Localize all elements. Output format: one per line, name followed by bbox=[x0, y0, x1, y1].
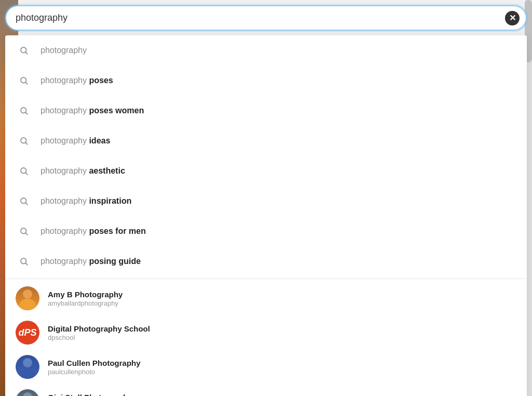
avatar-dps: dPS bbox=[16, 321, 39, 345]
svg-line-9 bbox=[25, 173, 27, 174]
account-handle-paul: paulcullenphoto bbox=[48, 368, 140, 376]
suggestion-text-3: photography poses women bbox=[41, 106, 144, 115]
search-box: ✕ bbox=[5, 5, 527, 31]
account-info-dps: Digital Photography School dpschool bbox=[48, 324, 150, 341]
suggestion-text-6: photography inspiration bbox=[41, 196, 131, 206]
account-handle-amy: amyballardphotography bbox=[48, 299, 123, 307]
svg-point-17 bbox=[20, 301, 35, 310]
suggestion-item-3[interactable]: photography poses women bbox=[5, 96, 527, 126]
account-name-amy: Amy B Photography bbox=[48, 290, 123, 299]
search-icon-4 bbox=[16, 133, 32, 149]
account-handle-dps: dpschool bbox=[48, 334, 150, 341]
svg-line-5 bbox=[25, 112, 27, 114]
dps-logo: dPS bbox=[16, 321, 39, 345]
suggestion-item-5[interactable]: photography aesthetic bbox=[5, 156, 527, 186]
suggestion-text-7: photography poses for men bbox=[41, 227, 146, 236]
section-divider bbox=[5, 279, 527, 279]
search-icon-6 bbox=[16, 193, 32, 209]
svg-point-20 bbox=[20, 369, 35, 379]
suggestion-item-6[interactable]: photography inspiration bbox=[5, 186, 527, 216]
account-info-paul: Paul Cullen Photography paulcullenphoto bbox=[48, 359, 140, 376]
svg-line-13 bbox=[25, 233, 27, 234]
account-name-dps: Digital Photography School bbox=[48, 324, 150, 333]
account-item-amy[interactable]: Amy B Photography amyballardphotography bbox=[5, 281, 527, 315]
avatar-amy bbox=[16, 286, 39, 310]
account-item-gigi[interactable]: Gigi Stoll Photography gigistoll bbox=[5, 384, 527, 396]
account-name-paul: Paul Cullen Photography bbox=[48, 359, 140, 367]
account-name-gigi: Gigi Stoll Photography bbox=[48, 393, 132, 397]
clear-button[interactable]: ✕ bbox=[505, 11, 520, 25]
search-input[interactable] bbox=[5, 5, 527, 31]
suggestion-item-1[interactable]: photography bbox=[5, 35, 527, 65]
avatar-gigi bbox=[16, 389, 39, 396]
close-icon: ✕ bbox=[509, 13, 516, 23]
search-icon-7 bbox=[16, 223, 32, 240]
suggestion-text-2: photography poses bbox=[41, 76, 113, 85]
account-item-dps[interactable]: dPS Digital Photography School dpschool bbox=[5, 315, 527, 350]
suggestion-item-4[interactable]: photography ideas bbox=[5, 126, 527, 156]
search-icon-2 bbox=[16, 72, 32, 89]
search-icon-1 bbox=[16, 42, 32, 59]
search-container: ✕ bbox=[5, 5, 527, 31]
account-info-amy: Amy B Photography amyballardphotography bbox=[48, 290, 123, 307]
search-icon-3 bbox=[16, 102, 32, 119]
search-dropdown: photography photography poses photograph… bbox=[5, 35, 527, 396]
svg-line-15 bbox=[25, 263, 27, 265]
svg-point-19 bbox=[23, 358, 32, 367]
svg-line-1 bbox=[25, 52, 27, 54]
account-item-paul[interactable]: Paul Cullen Photography paulcullenphoto bbox=[5, 350, 527, 384]
svg-line-7 bbox=[25, 142, 27, 144]
svg-line-11 bbox=[25, 203, 27, 204]
avatar-paul bbox=[16, 355, 39, 379]
suggestion-text-1: photography bbox=[41, 46, 87, 55]
search-icon-5 bbox=[16, 163, 32, 179]
search-icon-8 bbox=[16, 253, 32, 270]
svg-point-22 bbox=[23, 392, 32, 396]
svg-line-3 bbox=[25, 82, 27, 84]
suggestion-text-4: photography ideas bbox=[41, 136, 110, 146]
suggestion-text-8: photography posing guide bbox=[41, 257, 141, 266]
account-info-gigi: Gigi Stoll Photography gigistoll bbox=[48, 393, 132, 397]
svg-point-16 bbox=[23, 289, 32, 299]
suggestion-text-5: photography aesthetic bbox=[41, 166, 125, 176]
suggestion-item-8[interactable]: photography posing guide bbox=[5, 246, 527, 276]
suggestion-item-7[interactable]: photography poses for men bbox=[5, 216, 527, 246]
suggestion-item-2[interactable]: photography poses bbox=[5, 65, 527, 96]
